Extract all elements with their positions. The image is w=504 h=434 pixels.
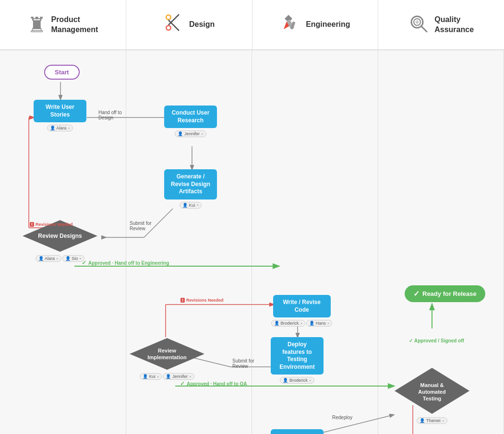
svg-text:Manual &: Manual & [420,382,444,388]
generate-design-assignees: 👤 Kui × [179,201,202,209]
start-oval: Start [44,65,80,80]
design-title: Design [189,20,215,30]
write-user-stories-box: Write UserStories [34,100,86,122]
svg-marker-35 [130,338,204,370]
header-col-qa: Quality Assurance [378,0,504,49]
assignee-kui-2: 👤 Kui × [140,373,162,380]
svg-text:Implementation: Implementation [147,354,187,360]
assignee-broderick-2: 👤 Broderick × [280,377,314,384]
node-fix-defects[interactable]: Fix Defects /Bugs 👤 Broderick × [271,429,324,434]
node-conduct-user-research[interactable]: Conduct UserResearch 👤 Jennifer × [164,106,217,138]
header-col-design: Design [126,0,252,49]
deploy-features-assignees: 👤 Broderick × [279,376,314,384]
assignee-jennifer-1: 👤 Jennifer × [175,130,206,137]
design-icon [163,12,184,37]
svg-point-5 [167,16,170,19]
assignee-tharsei-1: 👤 Tharsei × [417,417,447,424]
assignee-alara-2: 👤 Alara × [36,255,61,262]
svg-text:Review Designs: Review Designs [38,233,82,239]
assignee-jennifer-2: 👤 Jennifer × [163,373,194,380]
fix-defects-box: Fix Defects /Bugs [271,429,324,434]
node-write-user-stories[interactable]: Write UserStories 👤 Alara × [34,100,86,132]
product-mgmt-icon: ♜ [27,12,46,37]
body: Start Write UserStories 👤 Alara × Hand o… [0,50,504,434]
node-manual-testing[interactable]: Manual & Automated Testing 👤 Tharsei × [394,367,470,424]
header-col-engineering: Engineering [252,0,379,49]
node-deploy-features[interactable]: Deployfeatures toTestingEnvironment 👤 Br… [271,337,324,384]
svg-text:Testing: Testing [423,396,441,401]
review-implementation-assignees: 👤 Kui × 👤 Jennifer × [139,373,194,380]
node-ready-for-release: ✓ Ready for Release [405,285,485,302]
review-designs-assignees: 👤 Alara × 👤 Sio × [35,255,85,262]
engineering-title: Engineering [306,20,350,30]
header: ♜ Product Management Design [0,0,504,50]
deploy-features-box: Deployfeatures toTestingEnvironment [271,337,324,375]
conduct-user-research-assignees: 👤 Jennifer × [174,130,206,138]
node-start: Start [44,65,80,80]
swimlane-container: ♜ Product Management Design [0,0,504,434]
qa-title: Quality Assurance [434,15,474,35]
label-approved-signed: ✓ Approved / Signed off [409,338,464,343]
write-user-stories-assignees: 👤 Alara × [47,124,73,132]
generate-design-box: Generate /Revise DesignArtifacts [164,169,217,199]
ready-for-release-box: ✓ Ready for Release [405,285,485,302]
label-submit-review-1: Submit forReview [130,221,152,231]
label-revisions-1: ! Revisions Needed [30,222,73,227]
svg-text:Review: Review [158,348,176,353]
write-revise-code-box: Write / Revise Code [273,295,331,317]
label-approved-engineering: ✓ Approved · Hand off to Engineering [82,259,169,266]
label-submit-review-2: Submit forReview [232,358,254,369]
svg-line-10 [421,26,427,32]
write-revise-code-assignees: 👤 Broderick × 👤 Hans × [271,319,333,327]
assignee-hans-1: 👤 Hans × [306,320,332,327]
node-write-revise-code[interactable]: Write / Revise Code 👤 Broderick × 👤 Hans… [271,295,333,327]
assignee-sio-1: 👤 Sio × [62,255,84,262]
label-revisions-2: ! Revisions Needed [180,298,224,303]
product-mgmt-title: Product Management [51,15,98,35]
label-hand-off-design: Hand off toDesign [98,110,122,120]
assignee-broderick-1: 👤 Broderick × [271,320,305,327]
engineering-icon [280,12,301,37]
manual-testing-assignees: 👤 Tharsei × [416,417,447,424]
header-col-product-mgmt: ♜ Product Management [0,0,126,49]
svg-point-4 [167,26,170,30]
node-generate-design[interactable]: Generate /Revise DesignArtifacts 👤 Kui × [164,169,217,209]
assignee-kui-1: 👤 Kui × [180,202,202,209]
conduct-user-research-box: Conduct UserResearch [164,106,217,128]
node-review-implementation[interactable]: Review Implementation 👤 Kui × 👤 Jennifer… [129,337,205,380]
label-approved-qa: ✓ Approved · Hand off to QA [180,380,247,387]
qa-icon [408,13,430,36]
label-redeploy: Redeploy [332,415,352,420]
assignee-alara-1: 👤 Alara × [47,125,73,131]
svg-text:Automated: Automated [418,389,445,395]
